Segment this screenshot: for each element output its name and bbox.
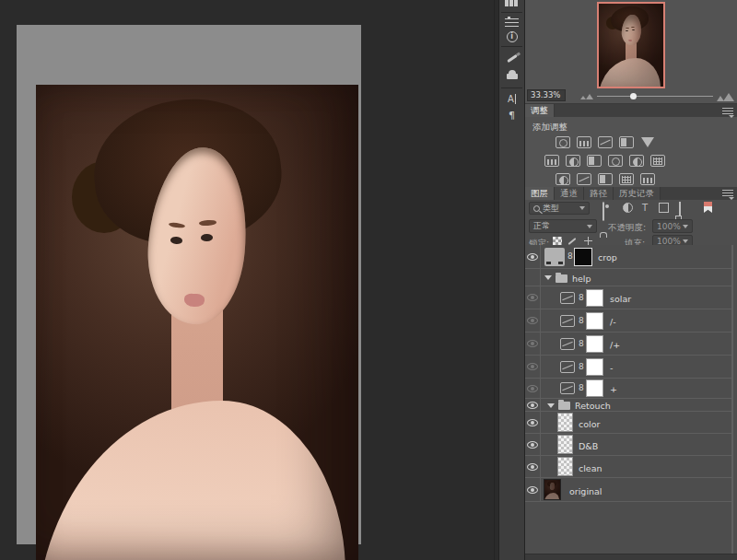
adjustment-layer-thumbnail[interactable] bbox=[560, 315, 575, 327]
adj-channel-mixer-icon[interactable] bbox=[629, 155, 644, 167]
layer-row-original[interactable]: original bbox=[525, 478, 732, 502]
layer-mask-thumbnail[interactable] bbox=[586, 312, 603, 330]
layer-name[interactable]: - bbox=[610, 363, 613, 373]
adj-black-white-icon[interactable] bbox=[587, 155, 602, 167]
layer-mask-thumbnail[interactable] bbox=[586, 358, 603, 376]
adj-curves-icon[interactable] bbox=[598, 136, 613, 148]
visibility-toggle[interactable] bbox=[525, 332, 541, 355]
blend-mode-select[interactable]: 正常 bbox=[529, 219, 597, 233]
adj-color-balance-icon[interactable] bbox=[566, 155, 580, 167]
document-photo[interactable] bbox=[36, 85, 358, 560]
adj-levels-icon[interactable] bbox=[577, 136, 591, 148]
adj-exposure-icon[interactable] bbox=[619, 136, 634, 148]
properties-panel-icon[interactable] bbox=[500, 16, 523, 29]
tab-channels[interactable]: 通道 bbox=[555, 187, 584, 200]
group-expand-icon[interactable] bbox=[547, 403, 555, 408]
layer-name[interactable]: + bbox=[610, 384, 617, 394]
layer-mask-thumbnail[interactable] bbox=[574, 248, 592, 266]
tab-adjustments[interactable]: 调整 bbox=[525, 104, 555, 117]
visibility-toggle[interactable] bbox=[525, 356, 541, 378]
adj-gradient-map-icon[interactable] bbox=[619, 173, 634, 185]
visibility-toggle[interactable] bbox=[525, 478, 541, 501]
filter-pixel-layers-icon[interactable] bbox=[602, 202, 604, 221]
zoom-percentage-field[interactable]: 33.33% bbox=[527, 89, 566, 101]
group-expand-icon[interactable] bbox=[544, 275, 552, 280]
tab-paths[interactable]: 路径 bbox=[584, 187, 614, 200]
layer-name[interactable]: color bbox=[579, 419, 600, 429]
navigator-proxy-view[interactable] bbox=[597, 2, 665, 88]
layer-row-minus[interactable]: 8 - bbox=[525, 356, 732, 379]
mask-link-icon[interactable]: 8 bbox=[579, 293, 584, 302]
filter-shape-layers-icon[interactable] bbox=[659, 203, 669, 213]
layer-mask-thumbnail[interactable] bbox=[586, 289, 603, 307]
layer-name[interactable]: help bbox=[572, 274, 591, 284]
adjustment-layer-thumbnail[interactable] bbox=[560, 361, 575, 373]
layer-thumbnail[interactable] bbox=[557, 413, 573, 432]
adj-photo-filter-icon[interactable] bbox=[608, 155, 623, 167]
layer-group-retouch[interactable]: Retouch bbox=[525, 399, 732, 412]
adj-threshold-icon[interactable] bbox=[598, 173, 613, 185]
layer-name[interactable]: original bbox=[569, 486, 602, 496]
mask-link-icon[interactable]: 8 bbox=[579, 362, 584, 371]
brush-settings-panel-icon[interactable] bbox=[500, 52, 523, 64]
clone-source-panel-icon[interactable] bbox=[500, 70, 523, 83]
zoom-slider-thumb[interactable] bbox=[630, 93, 637, 99]
layer-row-slash-plus[interactable]: 8 /+ bbox=[525, 332, 732, 356]
layer-name[interactable]: clean bbox=[579, 463, 602, 473]
adjustment-layer-thumbnail[interactable] bbox=[560, 382, 575, 394]
tab-layers[interactable]: 图层 bbox=[525, 187, 555, 200]
mask-link-icon[interactable]: 8 bbox=[567, 251, 573, 261]
filter-adjustment-layers-icon[interactable] bbox=[623, 203, 633, 213]
mask-link-icon[interactable]: 8 bbox=[579, 339, 584, 348]
layer-thumbnail[interactable] bbox=[544, 479, 561, 500]
layer-thumbnail[interactable] bbox=[544, 248, 565, 266]
visibility-toggle[interactable] bbox=[525, 286, 541, 309]
mask-link-icon[interactable]: 8 bbox=[579, 316, 584, 325]
paragraph-panel-icon[interactable]: ¶ bbox=[500, 109, 523, 122]
layer-name[interactable]: /+ bbox=[610, 340, 620, 350]
visibility-toggle[interactable] bbox=[525, 399, 541, 411]
layer-mask-thumbnail[interactable] bbox=[586, 335, 603, 353]
layer-row-dnb[interactable]: D&B bbox=[525, 434, 732, 456]
layer-name[interactable]: crop bbox=[598, 252, 617, 262]
scrollbar[interactable] bbox=[731, 245, 733, 556]
zoom-in-mountain-icon[interactable] bbox=[723, 93, 734, 101]
layer-row-plus[interactable]: 8 + bbox=[525, 379, 732, 399]
zoom-slider-track[interactable] bbox=[597, 96, 713, 97]
info-panel-icon[interactable]: i bbox=[500, 30, 523, 43]
adj-invert-icon[interactable] bbox=[556, 173, 570, 185]
adjustment-layer-thumbnail[interactable] bbox=[560, 338, 575, 350]
layer-row-clean[interactable]: clean bbox=[525, 456, 732, 478]
layer-name[interactable]: Retouch bbox=[575, 401, 611, 411]
visibility-toggle[interactable] bbox=[525, 412, 541, 433]
adj-color-lookup-icon[interactable] bbox=[650, 155, 665, 167]
adjustment-layer-thumbnail[interactable] bbox=[560, 292, 575, 304]
layer-thumbnail[interactable] bbox=[557, 457, 573, 476]
adj-vibrance-icon[interactable] bbox=[641, 137, 654, 147]
visibility-toggle[interactable] bbox=[525, 379, 541, 398]
filter-type-layers-icon[interactable]: T bbox=[642, 203, 648, 213]
opacity-field[interactable]: 100% bbox=[652, 219, 693, 233]
visibility-toggle[interactable] bbox=[525, 245, 541, 268]
layer-filter-kind-select[interactable]: 类型 bbox=[529, 202, 590, 215]
visibility-toggle[interactable] bbox=[525, 269, 541, 286]
character-panel-icon[interactable]: A bbox=[500, 92, 523, 105]
layer-row-crop[interactable]: 8 crop bbox=[525, 245, 732, 269]
visibility-toggle[interactable] bbox=[525, 456, 541, 477]
adj-posterize-icon[interactable] bbox=[577, 173, 591, 185]
adj-hue-saturation-icon[interactable] bbox=[544, 155, 559, 167]
zoom-out-mountain-icon[interactable] bbox=[586, 94, 593, 99]
filter-toggle-icon[interactable] bbox=[704, 202, 712, 213]
lock-image-pixels-icon[interactable] bbox=[568, 238, 577, 245]
layer-mask-thumbnail[interactable] bbox=[586, 379, 603, 397]
tab-history[interactable]: 历史记录 bbox=[614, 187, 661, 200]
layer-name[interactable]: solar bbox=[610, 294, 631, 304]
mask-link-icon[interactable]: 8 bbox=[579, 383, 584, 392]
layer-row-solar[interactable]: 8 solar bbox=[525, 286, 732, 309]
swatches-panel-icon[interactable] bbox=[500, 0, 523, 9]
panel-menu-icon[interactable] bbox=[722, 108, 733, 114]
adj-selective-color-icon[interactable] bbox=[640, 173, 655, 185]
layer-group-help[interactable]: help bbox=[525, 269, 732, 286]
visibility-toggle[interactable] bbox=[525, 309, 541, 332]
panel-menu-icon[interactable] bbox=[722, 190, 733, 196]
